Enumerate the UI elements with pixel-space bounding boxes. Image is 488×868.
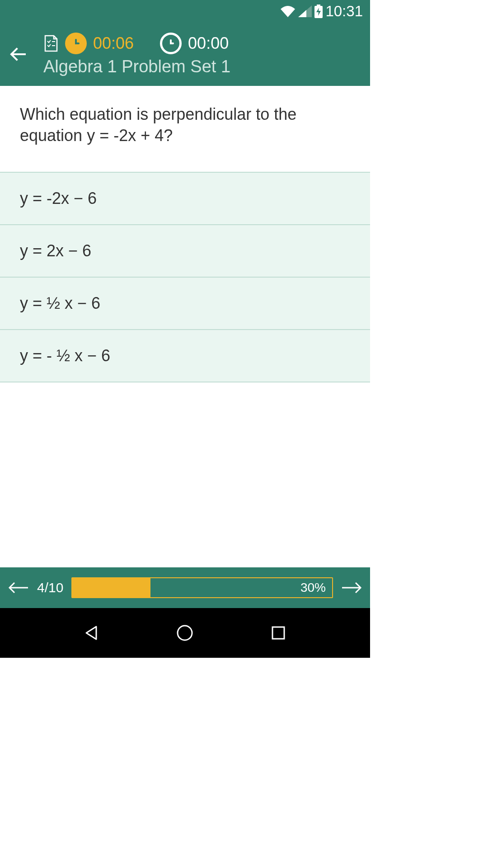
progress-percent: 30% (300, 580, 326, 595)
svg-rect-5 (272, 627, 284, 639)
circle-home-icon (176, 624, 194, 642)
document-icon[interactable] (43, 34, 59, 52)
timer-row: 00:06 00:00 (43, 33, 230, 54)
answer-option[interactable]: y = 2x − 6 (0, 224, 370, 277)
progress-bar[interactable]: 30% (71, 577, 333, 598)
answer-option[interactable]: y = ½ x − 6 (0, 277, 370, 329)
clock-icon-active[interactable] (65, 33, 87, 54)
answer-list: y = -2x − 6 y = 2x − 6 y = ½ x − 6 y = -… (0, 172, 370, 382)
progress-fill (72, 578, 150, 597)
arrow-left-icon (8, 581, 29, 594)
system-nav-bar (0, 608, 370, 658)
answer-option[interactable]: y = - ½ x − 6 (0, 329, 370, 382)
triangle-back-icon (84, 625, 100, 641)
signal-icon (297, 5, 313, 18)
svg-point-4 (178, 626, 192, 640)
app-bar: 00:06 00:00 Algebra 1 Problem Set 1 (0, 23, 370, 86)
system-back-button[interactable] (80, 622, 103, 644)
status-icons (279, 4, 324, 19)
svg-rect-1 (317, 5, 320, 6)
page-indicator: 4/10 (37, 580, 63, 595)
next-button[interactable] (341, 577, 362, 598)
timer-secondary: 00:00 (188, 34, 229, 53)
wifi-icon (279, 5, 296, 18)
status-time: 10:31 (325, 3, 363, 20)
question-text: Which equation is perpendicular to the e… (0, 86, 370, 172)
square-recents-icon (271, 626, 286, 640)
bottom-bar: 4/10 30% (0, 567, 370, 608)
page-title: Algebra 1 Problem Set 1 (43, 57, 230, 76)
arrow-right-icon (341, 581, 362, 594)
status-bar: 10:31 (0, 0, 370, 23)
timer-active: 00:06 (93, 34, 134, 53)
app-bar-content: 00:06 00:00 Algebra 1 Problem Set 1 (43, 33, 230, 76)
prev-button[interactable] (8, 577, 29, 598)
back-button[interactable] (5, 42, 31, 67)
battery-icon (314, 4, 324, 19)
system-home-button[interactable] (174, 622, 196, 644)
content-area: Which equation is perpendicular to the e… (0, 86, 370, 567)
clock-icon-secondary[interactable] (160, 33, 182, 54)
system-recents-button[interactable] (267, 622, 290, 644)
answer-option[interactable]: y = -2x − 6 (0, 172, 370, 224)
arrow-left-icon (9, 45, 28, 64)
